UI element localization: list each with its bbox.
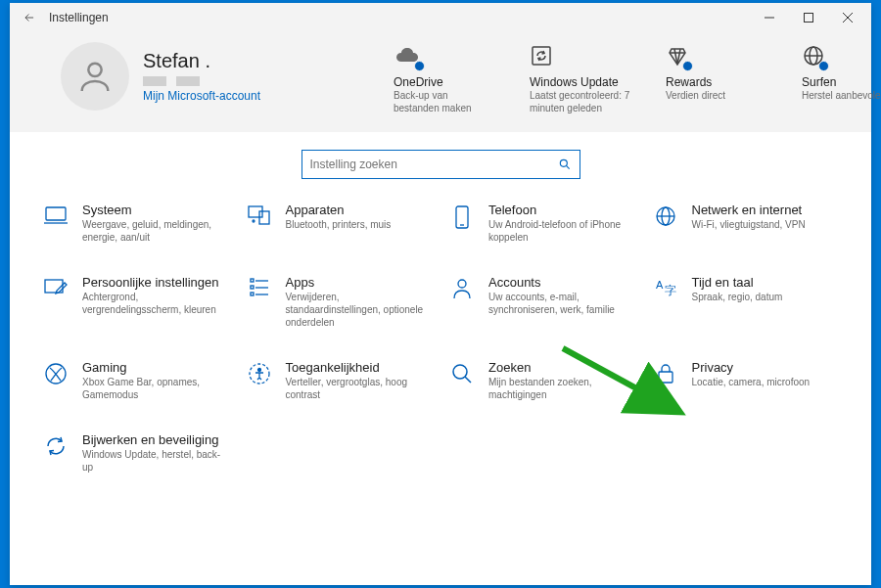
search-box[interactable] [301, 150, 580, 179]
tile-devices[interactable]: ApparatenBluetooth, printers, muis [243, 201, 437, 246]
update-icon [44, 434, 68, 458]
tile-personalization[interactable]: Persoonlijke instellingenAchtergrond, ve… [39, 273, 233, 331]
back-button[interactable] [14, 3, 45, 32]
search-icon [558, 158, 572, 171]
categories-grid: SysteemWeergave, geluid, meldingen, ener… [10, 189, 871, 475]
paint-icon [43, 277, 69, 298]
settings-window: Instellingen Stefan . Mijn Microsoft-acc… [10, 3, 871, 585]
svg-point-15 [253, 220, 255, 222]
search-input[interactable] [310, 158, 558, 171]
sync-icon [530, 44, 553, 68]
status-row: OneDrive Back-up van bestanden maken Win… [374, 42, 881, 114]
tile-privacy[interactable]: PrivacyLocatie, camera, microfoon [649, 358, 843, 403]
window-title: Instellingen [49, 11, 109, 24]
svg-rect-5 [533, 47, 550, 65]
lock-icon [656, 362, 675, 385]
tile-accounts[interactable]: AccountsUw accounts, e-mail, synchronise… [445, 273, 639, 331]
svg-point-33 [257, 369, 260, 372]
user-name: Stefan . [143, 50, 260, 72]
phone-icon [453, 204, 471, 230]
svg-rect-26 [251, 286, 254, 289]
svg-line-35 [465, 377, 471, 383]
tile-time[interactable]: A字 Tijd en taalSpraak, regio, datum [649, 273, 843, 331]
search-row [10, 132, 871, 189]
tile-search[interactable]: ZoekenMijn bestanden zoeken, machtiginge… [445, 358, 639, 403]
svg-text:字: 字 [665, 284, 676, 297]
status-onedrive[interactable]: OneDrive Back-up van bestanden maken [394, 42, 496, 114]
minimize-button[interactable] [750, 3, 789, 32]
globe-icon [654, 204, 677, 228]
search-icon [450, 362, 474, 385]
svg-rect-36 [659, 372, 672, 383]
status-surf[interactable]: Surfen Herstel aanbevolen [802, 42, 881, 114]
tile-apps[interactable]: AppsVerwijderen, standaardinstellingen, … [243, 273, 437, 331]
svg-line-10 [566, 165, 569, 168]
list-icon [249, 277, 270, 298]
svg-rect-25 [251, 279, 254, 282]
svg-rect-1 [805, 14, 813, 23]
status-rewards[interactable]: Rewards Verdien direct [666, 42, 768, 114]
svg-point-4 [88, 64, 101, 76]
ms-account-link[interactable]: Mijn Microsoft-account [143, 89, 260, 103]
tile-network[interactable]: Netwerk en internetWi-Fi, vliegtuigstand… [649, 201, 843, 246]
tile-ease[interactable]: ToegankelijkheidVerteller, vergrootglas,… [243, 358, 437, 403]
laptop-icon [43, 204, 69, 226]
svg-text:A: A [656, 279, 664, 291]
language-icon: A字 [654, 277, 677, 298]
svg-rect-11 [46, 207, 66, 220]
svg-point-34 [453, 365, 467, 379]
tile-gaming[interactable]: GamingXbox Game Bar, opnames, Gamemodus [39, 358, 233, 403]
accessibility-icon [248, 362, 271, 385]
tile-phone[interactable]: TelefoonUw Android-telefoon of iPhone ko… [445, 201, 639, 246]
close-button[interactable] [828, 3, 867, 32]
tile-update[interactable]: Bijwerken en beveiligingWindows Update, … [39, 430, 233, 475]
person-icon [451, 277, 473, 300]
user-block: Stefan . Mijn Microsoft-account [61, 42, 345, 111]
status-windows-update[interactable]: Windows Update Laatst gecontroleerd: 7 m… [530, 42, 632, 114]
svg-rect-27 [251, 293, 254, 295]
devices-icon [247, 204, 272, 226]
tile-system[interactable]: SysteemWeergave, geluid, meldingen, ener… [39, 201, 233, 246]
svg-point-28 [458, 280, 466, 288]
xbox-icon [44, 362, 68, 385]
titlebar: Instellingen [10, 3, 871, 32]
avatar [61, 42, 129, 111]
svg-point-9 [560, 159, 567, 166]
user-subtitle-redacted [143, 76, 260, 86]
header-panel: Stefan . Mijn Microsoft-account OneDrive… [10, 32, 871, 132]
maximize-button[interactable] [789, 3, 828, 32]
